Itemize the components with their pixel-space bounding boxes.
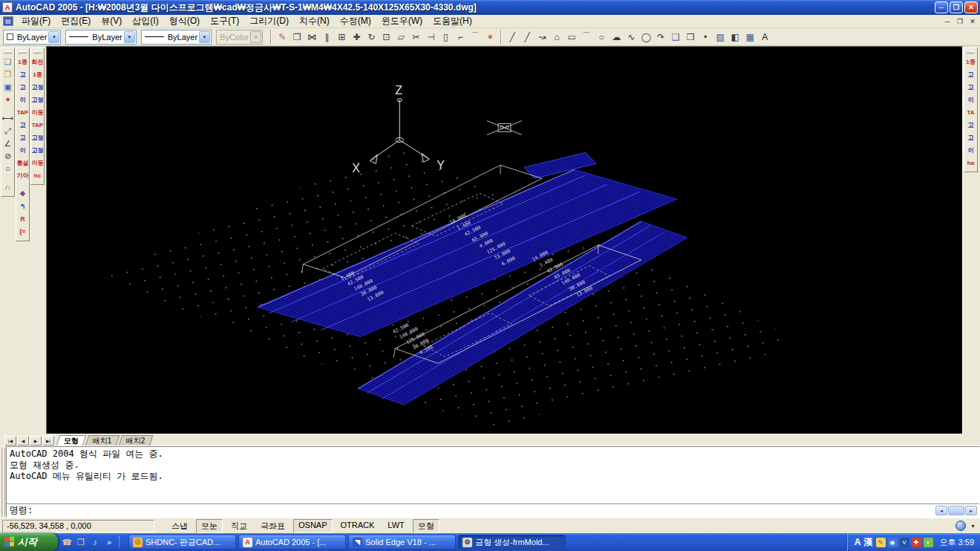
- status-toggle-직교[interactable]: 직교: [226, 519, 252, 533]
- chevron-down-icon[interactable]: ▼: [48, 31, 59, 43]
- macro-button-화전[interactable]: 화전: [31, 56, 44, 68]
- tab-nav-arrow-2[interactable]: ▶: [30, 436, 42, 446]
- array-icon[interactable]: ⊞: [334, 30, 349, 45]
- macro-button-ha[interactable]: ha: [964, 157, 977, 169]
- macro-button-이[interactable]: 이: [16, 94, 29, 105]
- macro-button-이[interactable]: 이: [16, 145, 29, 156]
- pan-button[interactable]: ✥: [16, 189, 29, 200]
- macro-button-TA[interactable]: TA: [964, 107, 977, 118]
- ellipse-arc-icon[interactable]: ↷: [653, 30, 668, 45]
- macro-button-고[interactable]: 고: [964, 69, 977, 80]
- menu-item-8[interactable]: 수정(M): [335, 14, 376, 28]
- macro-button-고정[interactable]: 고정: [31, 94, 44, 105]
- quick-launch-overflow[interactable]: »: [103, 536, 115, 548]
- drawing-area[interactable]: Z X Y 14.0001.48042.50065.0004.000125.00…: [46, 46, 963, 434]
- toolbar-drag-grip[interactable]: [967, 50, 975, 53]
- make-block-icon[interactable]: ❒: [683, 30, 698, 45]
- status-toggle-모눈[interactable]: 모눈: [196, 519, 223, 533]
- scroll-left-icon[interactable]: ◀: [935, 506, 947, 515]
- task-button-0[interactable]: ☉SHDNC- 판금CAD...: [128, 535, 236, 550]
- property-combo-1[interactable]: ByLayer▼: [65, 30, 136, 45]
- move-icon[interactable]: ✚: [349, 30, 364, 45]
- spline-icon[interactable]: ∿: [624, 30, 638, 45]
- tab-배치2[interactable]: 배치2: [118, 435, 152, 446]
- table-icon[interactable]: ▦: [742, 30, 757, 45]
- fillet-icon[interactable]: ⌒: [468, 30, 483, 45]
- coordinate-readout[interactable]: -56,529, 34,558 , 0,000: [2, 520, 154, 532]
- save-icon[interactable]: ▣: [1, 82, 14, 93]
- macro-button-이[interactable]: 이: [964, 94, 977, 105]
- extend-icon[interactable]: ⊣: [423, 30, 438, 45]
- menu-item-0[interactable]: 파일(F): [16, 14, 56, 28]
- mtext-icon[interactable]: A: [757, 30, 772, 45]
- tab-nav-arrow-3[interactable]: ▶|: [42, 436, 54, 446]
- r-button[interactable]: R: [16, 214, 29, 225]
- diameter-dimension-icon[interactable]: ⊘: [1, 151, 14, 162]
- aligned-dimension-icon[interactable]: ⤢: [1, 125, 14, 137]
- mirror-icon[interactable]: ⋈: [304, 30, 319, 45]
- close-button[interactable]: ✕: [964, 1, 978, 13]
- mdi-minimize-button[interactable]: ─: [941, 16, 953, 27]
- command-scrollbar[interactable]: ◀ ▶: [935, 506, 977, 515]
- dwg-document-icon[interactable]: ▤: [3, 16, 13, 26]
- menu-item-4[interactable]: 형식(O): [164, 14, 205, 28]
- minimize-button[interactable]: ─: [935, 1, 948, 13]
- macro-button-이동[interactable]: 이동: [31, 157, 44, 169]
- insert-block-icon[interactable]: ❑: [668, 30, 683, 45]
- offset-icon[interactable]: ∥: [319, 30, 334, 45]
- macro-button-고정[interactable]: 고정: [31, 145, 44, 156]
- macro-button-고정[interactable]: 고정: [31, 82, 44, 93]
- tray-red-util-icon[interactable]: ✚: [912, 538, 921, 547]
- revcloud-icon[interactable]: ☁: [609, 30, 624, 45]
- macro-button-고[interactable]: 고: [16, 120, 29, 131]
- chevron-down-icon[interactable]: ▼: [124, 31, 135, 43]
- menu-item-9[interactable]: 윈도우(W): [376, 14, 428, 28]
- tray-v3-antivirus-icon[interactable]: V: [900, 538, 909, 547]
- command-body[interactable]: AutoCAD 2004 형식 파일 여는 중.모형 재생성 중.AutoCAD…: [6, 446, 980, 518]
- macro-button-기아[interactable]: 기아: [16, 170, 29, 181]
- mdi-restore-button[interactable]: ❐: [954, 16, 966, 27]
- toolbar-drag-grip[interactable]: [4, 50, 12, 53]
- tab-nav-arrow-0[interactable]: |◀: [4, 436, 16, 446]
- tab-nav-arrow-1[interactable]: ◀: [17, 436, 29, 446]
- tray-ime-pen-icon[interactable]: ✎: [876, 538, 886, 547]
- plot-icon[interactable]: ✦: [1, 94, 14, 105]
- point-icon[interactable]: •: [698, 30, 713, 45]
- tab-배치1[interactable]: 배치1: [85, 435, 120, 446]
- macro-button-hc[interactable]: hc: [31, 170, 44, 181]
- command-prompt-row[interactable]: 명령: ◀ ▶: [7, 503, 979, 517]
- linear-dimension-icon[interactable]: ⟷: [1, 113, 14, 124]
- menu-item-2[interactable]: 뷰(V): [96, 14, 127, 28]
- status-toggle-OTRACK[interactable]: OTRACK: [336, 519, 380, 533]
- start-button[interactable]: 시작: [0, 533, 58, 551]
- stretch-icon[interactable]: ▱: [393, 30, 408, 45]
- menu-item-1[interactable]: 편집(E): [56, 14, 96, 28]
- menu-item-6[interactable]: 그리기(D): [244, 14, 294, 28]
- status-tray-arrow-icon[interactable]: ▼: [968, 524, 978, 529]
- circle-icon[interactable]: ○: [594, 30, 609, 45]
- rotate-icon[interactable]: ↻: [364, 30, 379, 45]
- macro-button-TAP[interactable]: TAP: [16, 107, 29, 118]
- property-combo-0[interactable]: ByLayer▼: [3, 30, 61, 45]
- task-button-1[interactable]: AAutoCAD 2005 - [...: [238, 535, 346, 550]
- osnap-magnet-icon[interactable]: ∩: [1, 182, 14, 193]
- quick-launch-media-icon[interactable]: ♪: [89, 536, 101, 548]
- toolbar-drag-grip[interactable]: [19, 50, 27, 53]
- macro-button-고[interactable]: 고: [964, 120, 977, 131]
- macro-button-1종[interactable]: 1종: [31, 69, 44, 80]
- line-icon[interactable]: ╱: [505, 30, 520, 45]
- tab-모형[interactable]: 모형: [56, 435, 87, 446]
- macro-button-이동[interactable]: 이동: [31, 107, 44, 118]
- rectangle-icon[interactable]: ▭: [564, 30, 579, 45]
- macro-button-통설[interactable]: 통설: [16, 157, 29, 169]
- ime-hanja-indicator[interactable]: 漢: [864, 536, 873, 549]
- angular-dimension-icon[interactable]: ∠: [1, 138, 14, 149]
- macro-button-고[interactable]: 고: [16, 132, 29, 143]
- ime-english-indicator[interactable]: A: [855, 537, 861, 547]
- erase-icon[interactable]: ✎: [275, 30, 290, 45]
- macro-button-1종[interactable]: 1종: [964, 56, 977, 68]
- menu-item-10[interactable]: 도움말(H): [428, 14, 477, 28]
- arc-icon[interactable]: ⌒: [579, 30, 594, 45]
- status-toggle-스냅[interactable]: 스냅: [166, 519, 193, 533]
- status-toggle-극좌표[interactable]: 극좌표: [255, 519, 290, 533]
